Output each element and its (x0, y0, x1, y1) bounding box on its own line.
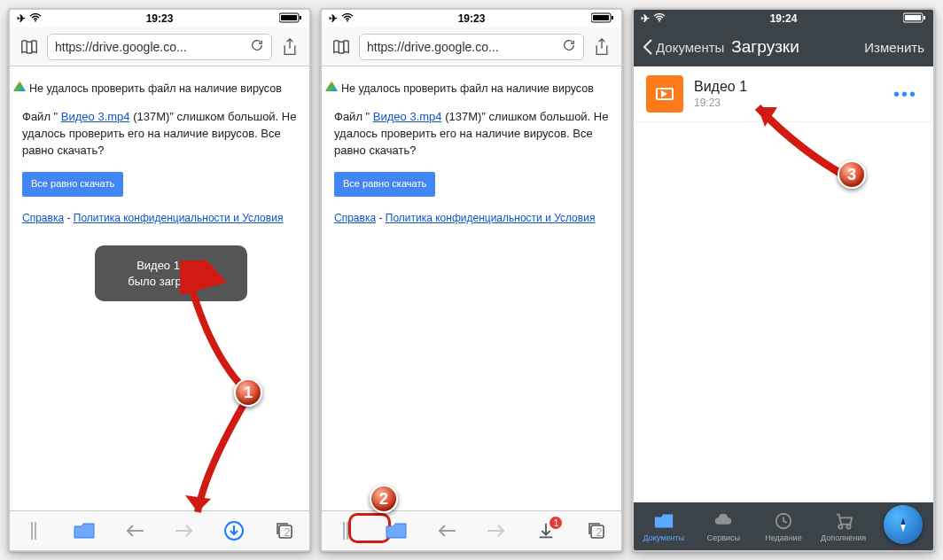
back-button[interactable] (117, 513, 152, 548)
policy-link[interactable]: Политика конфиденциальности и Условия (386, 212, 596, 224)
reload-icon[interactable] (562, 38, 576, 55)
status-time: 19:23 (146, 12, 174, 25)
reload-icon[interactable] (250, 38, 264, 55)
tab-browser[interactable] (877, 509, 930, 544)
reader-icon[interactable] (17, 35, 42, 59)
svg-rect-3 (300, 16, 301, 19)
tabs-button[interactable]: 2 (267, 513, 302, 548)
file-name: Видео 1 (694, 79, 879, 95)
phone-screenshot-3: ✈ 19:24 Документы Загрузки Изменить Виде… (632, 8, 935, 552)
status-bar: ✈ 19:24 (634, 10, 933, 27)
step-marker-2: 2 (370, 485, 398, 513)
help-link[interactable]: Справка (334, 212, 376, 224)
edit-button[interactable]: Изменить (864, 40, 924, 55)
svg-rect-2 (281, 15, 297, 20)
downloads-button[interactable] (216, 513, 252, 548)
browser-navbar: https://drive.google.co... (10, 27, 309, 66)
page-title: Загрузки (731, 37, 859, 57)
tab-services[interactable]: Сервисы (697, 511, 750, 542)
reader-icon[interactable] (329, 35, 354, 59)
status-bar: ✈ 19:23 (322, 10, 621, 27)
svg-point-17 (659, 20, 660, 22)
url-bar[interactable]: https://drive.google.co... (359, 34, 584, 60)
back-button[interactable]: Документы (643, 39, 724, 55)
tab-addons[interactable]: Дополнения (817, 511, 870, 542)
browser-toolbar: 2 (10, 510, 309, 550)
sidebar-toggle-button[interactable] (329, 513, 364, 548)
status-bar: ✈ 19:23 (10, 10, 309, 27)
tabs-count: 2 (587, 521, 606, 541)
toast-status: было загружено (104, 274, 238, 290)
download-anyway-button[interactable]: Все равно скачать (334, 172, 435, 197)
phone-screenshot-1: ✈ 19:23 https://drive.google.co... (8, 8, 311, 552)
tabs-count: 2 (275, 521, 294, 541)
battery-icon (279, 12, 302, 26)
forward-button[interactable] (167, 513, 202, 548)
share-icon[interactable] (589, 35, 614, 59)
status-time: 19:23 (458, 12, 486, 25)
status-time: 19:24 (770, 12, 798, 25)
warning-body: Файл " Видео 3.mp4 (137M)" слишком больш… (22, 109, 297, 159)
drive-logo-icon (325, 81, 338, 93)
toast-filename: Видео 1.mp4 (104, 258, 238, 274)
file-list: Видео 1 19:23 ••• (634, 66, 933, 502)
step-marker-1: 1 (234, 378, 262, 407)
tabs-button[interactable]: 2 (579, 513, 614, 548)
svg-rect-19 (905, 15, 921, 20)
url-text: https://drive.google.co... (55, 40, 245, 54)
file-link[interactable]: Видео 3.mp4 (373, 110, 442, 123)
documents-tabbar: Документы Сервисы Недавние Дополнения (634, 502, 933, 550)
wifi-icon (29, 12, 42, 25)
file-row[interactable]: Видео 1 19:23 ••• (634, 66, 933, 122)
files-folder-button[interactable] (378, 513, 414, 548)
step-marker-3: 3 (838, 160, 866, 189)
warning-body: Файл " Видео 3.mp4 (137M)" слишком больш… (334, 109, 609, 159)
virus-warning-heading: Не удалось проверить файл на наличие вир… (341, 81, 594, 97)
back-label: Документы (656, 40, 724, 55)
compass-icon (884, 505, 923, 544)
help-link[interactable]: Справка (22, 212, 64, 224)
drive-logo-icon (13, 81, 26, 93)
virus-warning-heading: Не удалось проверить файл на наличие вир… (29, 81, 282, 97)
svg-point-24 (846, 525, 850, 528)
battery-icon (591, 12, 614, 26)
file-time: 19:23 (694, 97, 879, 109)
url-bar[interactable]: https://drive.google.co... (47, 34, 272, 60)
download-complete-toast: Видео 1.mp4 было загружено (95, 245, 247, 301)
back-button[interactable] (429, 513, 464, 548)
file-link[interactable]: Видео 3.mp4 (61, 110, 130, 123)
airplane-mode-icon: ✈ (17, 12, 26, 25)
file-more-button[interactable]: ••• (890, 84, 921, 105)
policy-link[interactable]: Политика конфиденциальности и Условия (74, 212, 284, 224)
svg-point-23 (838, 525, 842, 528)
browser-toolbar: 1 2 (322, 510, 621, 550)
svg-rect-13 (612, 16, 613, 19)
sidebar-toggle-button[interactable] (17, 513, 52, 548)
drive-footer: Справка - Политика конфиденциальности и … (22, 211, 297, 226)
phone-screenshot-2: ✈ 19:23 https://drive.google.co... (320, 8, 623, 552)
svg-marker-26 (900, 517, 906, 525)
svg-point-10 (347, 20, 348, 22)
download-anyway-button[interactable]: Все равно скачать (22, 172, 123, 197)
svg-point-0 (35, 20, 36, 22)
web-content: Не удалось проверить файл на наличие вир… (322, 66, 621, 510)
url-text: https://drive.google.co... (367, 40, 557, 54)
downloads-button[interactable]: 1 (528, 513, 564, 548)
browser-navbar: https://drive.google.co... (322, 27, 621, 66)
video-file-icon (646, 75, 683, 113)
wifi-icon (341, 12, 354, 25)
tab-recent[interactable]: Недавние (757, 511, 810, 542)
svg-rect-20 (924, 16, 925, 19)
airplane-mode-icon: ✈ (329, 12, 338, 25)
airplane-mode-icon: ✈ (641, 12, 650, 25)
tab-documents[interactable]: Документы (637, 511, 690, 542)
files-folder-button[interactable] (66, 513, 102, 548)
wifi-icon (653, 12, 666, 25)
download-badge: 1 (549, 517, 562, 529)
battery-icon (903, 12, 926, 26)
documents-header: Документы Загрузки Изменить (634, 27, 933, 66)
drive-footer: Справка - Политика конфиденциальности и … (334, 211, 609, 226)
svg-rect-12 (593, 15, 609, 20)
share-icon[interactable] (277, 35, 302, 59)
forward-button[interactable] (479, 513, 514, 548)
